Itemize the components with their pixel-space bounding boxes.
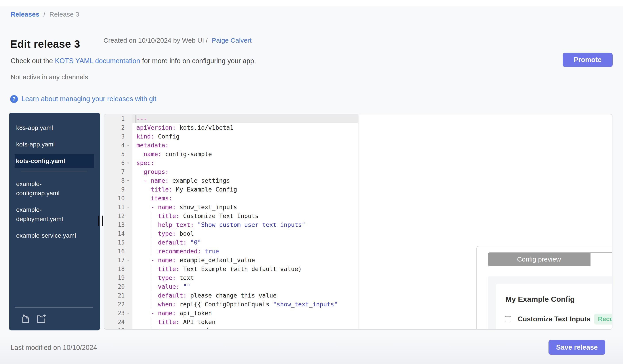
file-item[interactable]: example-deployment.yaml [15,203,80,226]
breadcrumb-current: Release 3 [49,11,79,18]
line-number: 21 [104,292,125,299]
editor-line[interactable]: default: "0" [133,238,358,247]
indent-guide [151,229,151,238]
editor-line[interactable]: default: please change this value [133,291,358,300]
created-text: Created on 10/10/2024 by Web UI / [104,37,208,44]
fold-arrow-icon[interactable]: ▾ [125,205,131,209]
editor-line[interactable]: value: "" [133,282,358,291]
help-icon: ? [10,95,18,103]
sidebar-resize-handle[interactable] [98,216,104,226]
line-number: 3 [104,133,125,140]
line-number: 5 [104,151,125,158]
editor-line[interactable]: apiVersion: kots.io/v1beta1 [133,123,358,132]
git-releases-link[interactable]: Learn about managing your releases with … [22,95,156,103]
line-number: 15 [104,239,125,246]
docs-prefix: Check out the [11,57,53,65]
indent-guide [151,238,151,247]
line-number: 19 [104,275,125,281]
line-number: 4 [104,142,125,149]
fold-arrow-icon[interactable]: ▾ [125,143,131,147]
sidebar-bottom [9,307,100,330]
breadcrumb-releases-link[interactable]: Releases [11,11,39,18]
last-modified-note: Last modified on 10/10/2024 [11,344,97,352]
config-card: My Example Config Customize Text Inputs … [496,284,612,329]
editor-line[interactable]: metadata: [133,141,358,150]
kots-yaml-docs-link[interactable]: KOTS YAML documentation [55,57,140,65]
tab-config-help[interactable]: Config help [590,252,612,266]
editor-line[interactable]: title: Text Example (with default value) [133,265,358,273]
editor-line[interactable]: help_text: "Show custom user text inputs… [133,221,358,229]
editor-line[interactable]: - name: example_settings [133,176,358,185]
editor-line[interactable]: items: [133,194,358,203]
editor-line[interactable]: spec: [133,159,358,167]
docs-line: Check out theKOTS YAML documentationfor … [11,57,256,65]
breadcrumb: Releases / Release 3 [11,11,79,18]
fold-arrow-icon[interactable]: ▾ [125,179,131,183]
line-number: 10 [104,195,125,202]
file-item[interactable]: example-service.yaml [15,229,80,243]
indent-guide [151,326,151,329]
page-title: Edit release 3 [10,38,80,50]
fold-arrow-icon[interactable]: ▾ [125,311,131,315]
line-number: 6 [104,160,125,166]
promote-button[interactable]: Promote [563,53,613,67]
file-item[interactable]: k8s-app.yaml [15,121,80,135]
save-release-button[interactable]: Save release [549,340,605,355]
line-number: 14 [104,230,125,237]
docs-suffix: for more info on configuring your app. [142,57,256,65]
editor-code-area[interactable]: ---apiVersion: kots.io/v1beta1kind: Conf… [133,114,358,329]
editor-line[interactable]: type: bool [133,229,358,238]
line-number: 16 [104,248,125,255]
editor-line[interactable]: title: Customize Text Inputs [133,212,358,221]
editor-line[interactable]: - name: example_default_value [133,256,358,265]
line-number: 1 [104,116,125,122]
git-help-row[interactable]: ? Learn about managing your releases wit… [10,95,156,103]
line-number: 24 [104,319,125,325]
fold-arrow-icon[interactable]: ▾ [125,258,131,263]
indent-guide [151,318,151,326]
line-number: 13 [104,222,125,228]
line-number: 11 [104,204,125,210]
config-group-title: My Example Config [505,295,612,303]
line-number: 18 [104,266,125,272]
editor-line[interactable]: - name: api_token [133,309,358,318]
indent-guide [151,265,151,273]
editor-gutter: 1234▾56▾78▾91011▾121314151617▾1819202122… [104,114,133,329]
customize-text-inputs-checkbox[interactable] [505,316,511,322]
new-folder-icon[interactable] [36,313,47,324]
config-preview-panel: Config preview Config help My Example Co… [476,246,612,329]
fold-arrow-icon[interactable]: ▾ [125,161,131,165]
file-list: k8s-app.yamlkots-app.yamlkots-config.yam… [9,113,100,243]
yaml-editor[interactable]: 1234▾56▾78▾91011▾121314151617▾1819202122… [104,114,358,329]
line-number: 7 [104,168,125,175]
preview-tab-bar: Config preview Config help [488,252,612,266]
indent-guide [151,300,151,309]
editor-line[interactable]: when: repl{{ ConfigOptionEquals "show_te… [133,300,358,309]
line-number: 9 [104,186,125,193]
file-item[interactable]: kots-config.yaml [15,154,94,168]
editor-line[interactable]: - name: show_text_inputs [133,203,358,212]
file-item[interactable]: kots-app.yaml [15,138,80,151]
editor-line[interactable]: groups: [133,167,358,176]
editor-line[interactable]: title: My Example Config [133,185,358,194]
preview-body: My Example Config Customize Text Inputs … [488,276,612,329]
file-tree-sidebar: k8s-app.yamlkots-app.yamlkots-config.yam… [9,113,100,330]
release-editor-page: Releases / Release 3 Edit release 3 Crea… [0,0,623,364]
indent-guide [151,221,151,229]
editor-line[interactable]: type: text [133,273,358,282]
line-number: 25 [104,327,125,329]
new-file-icon[interactable] [20,313,31,324]
file-item[interactable]: example-configmap.yaml [15,177,80,200]
author-link[interactable]: Paige Calvert [212,37,252,44]
tab-config-preview[interactable]: Config preview [488,252,590,266]
editor-line[interactable]: recommended: true [133,247,358,256]
editor-line[interactable]: type: password [133,326,358,329]
editor-line[interactable]: kind: Config [133,132,358,141]
indent-guide [151,282,151,291]
editor-line[interactable]: --- [133,114,358,123]
editor-line[interactable]: name: config-sample [133,150,358,159]
line-number: 23 [104,310,125,317]
editor-line[interactable]: title: API token [133,318,358,326]
line-number: 12 [104,213,125,219]
line-number: 17 [104,257,125,263]
